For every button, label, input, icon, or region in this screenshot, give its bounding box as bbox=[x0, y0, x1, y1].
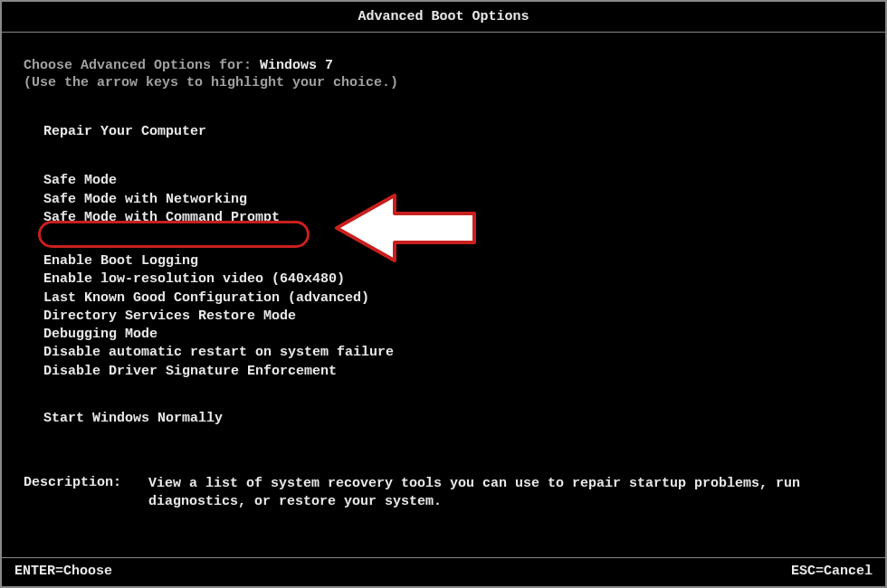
choose-os-line: Choose Advanced Options for: Windows 7 bbox=[24, 58, 863, 73]
description-label: Description: bbox=[24, 475, 148, 512]
menu-item-safe-mode-command-prompt[interactable]: Safe Mode with Command Prompt bbox=[43, 209, 863, 227]
menu-item-start-windows-normally[interactable]: Start Windows Normally bbox=[43, 410, 863, 428]
os-name: Windows 7 bbox=[260, 58, 333, 73]
menu-group-1: Repair Your Computer bbox=[24, 123, 863, 141]
menu-item-directory-services-restore[interactable]: Directory Services Restore Mode bbox=[43, 308, 863, 326]
footer-enter-hint: ENTER=Choose bbox=[14, 564, 112, 579]
menu-group-4: Start Windows Normally bbox=[24, 410, 863, 428]
menu-group-3: Enable Boot Logging Enable low-resolutio… bbox=[24, 252, 863, 381]
page-title: Advanced Boot Options bbox=[2, 2, 885, 33]
description-text: View a list of system recovery tools you… bbox=[148, 475, 863, 512]
menu-item-safe-mode-networking[interactable]: Safe Mode with Networking bbox=[43, 191, 863, 209]
menu-item-disable-auto-restart[interactable]: Disable automatic restart on system fail… bbox=[43, 344, 863, 362]
footer-bar: ENTER=Choose ESC=Cancel bbox=[2, 557, 885, 586]
menu-item-safe-mode[interactable]: Safe Mode bbox=[43, 172, 863, 190]
instruction-text: (Use the arrow keys to highlight your ch… bbox=[24, 75, 863, 90]
menu-item-enable-boot-logging[interactable]: Enable Boot Logging bbox=[43, 252, 863, 270]
menu-group-2: Safe Mode Safe Mode with Networking Safe… bbox=[24, 172, 863, 227]
menu-item-debugging-mode[interactable]: Debugging Mode bbox=[43, 326, 863, 344]
menu-item-repair-your-computer[interactable]: Repair Your Computer bbox=[43, 123, 863, 141]
menu-item-low-resolution[interactable]: Enable low-resolution video (640x480) bbox=[43, 270, 863, 289]
choose-label: Choose Advanced Options for: bbox=[24, 58, 260, 73]
watermark-text: 2-remove-virus.com bbox=[880, 131, 887, 432]
menu-item-last-known-good[interactable]: Last Known Good Configuration (advanced) bbox=[43, 289, 863, 308]
content-area: Choose Advanced Options for: Windows 7 (… bbox=[2, 33, 885, 512]
description-block: Description: View a list of system recov… bbox=[24, 475, 863, 512]
menu-item-disable-driver-signature[interactable]: Disable Driver Signature Enforcement bbox=[43, 363, 863, 381]
footer-esc-hint: ESC=Cancel bbox=[791, 564, 873, 579]
